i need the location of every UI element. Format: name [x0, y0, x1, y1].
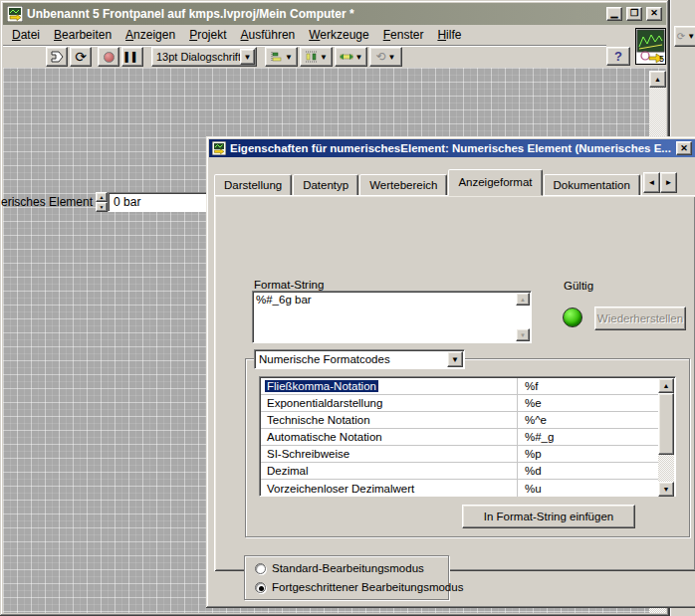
close-icon: ✕ [680, 143, 688, 153]
dialog-close-button[interactable]: ✕ [676, 141, 692, 155]
chevron-down-icon: ▼ [355, 53, 363, 62]
reorder-button[interactable]: ⟲ ▼ [369, 47, 402, 67]
run-continuous-button[interactable]: ⟳ [70, 47, 92, 67]
reorder-icon: ⟳ [677, 31, 685, 42]
numeric-control[interactable]: erisches Element ▲ ▼ 0 bar [1, 191, 215, 213]
list-item[interactable]: Exponentialdarstellung %e [261, 395, 674, 412]
menu-item[interactable]: Bearbeiten [47, 25, 118, 45]
numeric-control-label: erisches Element [1, 195, 96, 209]
run-button[interactable] [46, 47, 68, 67]
chevron-down-icon[interactable]: ▼ [447, 351, 463, 367]
pause-button[interactable]: ▌▌ [121, 47, 143, 67]
list-item[interactable]: Technische Notation %^e [261, 412, 674, 429]
scroll-down-button[interactable]: ▼ [658, 482, 674, 497]
format-code-name: SI-Schreibweise [261, 448, 517, 460]
menu-item[interactable]: Projekt [182, 25, 233, 45]
dialog-titlebar[interactable]: Eigenschaften für numerischesElement: Nu… [209, 139, 695, 157]
anzeigeformat-tab-page: Format-String %#_6g bar ▲ ▼ Gültig Wiede… [214, 195, 695, 571]
format-codes-dropdown[interactable]: Numerische Formatcodes ▼ [254, 349, 465, 369]
labview-app-icon [7, 6, 23, 22]
format-codes-list: Fließkomma-Notation %f Exponentialdarste… [259, 376, 676, 497]
close-button[interactable]: ✕ [646, 7, 662, 21]
menu-item[interactable]: Ausführen [234, 25, 303, 45]
format-code-value: %f [517, 378, 674, 394]
tab[interactable]: Darstellung [214, 174, 292, 196]
scroll-up-button[interactable]: ▲ [516, 293, 530, 306]
chevron-down-icon[interactable]: ▼ [240, 49, 255, 65]
format-code-name: Automatische Notation [261, 431, 517, 443]
resize-objects-icon [340, 51, 353, 63]
scroll-down-button[interactable]: ▼ [516, 328, 530, 341]
radio-option[interactable]: Standard-Bearbeitungsmodus [255, 561, 448, 575]
format-string-label: Format-String [254, 279, 324, 291]
vi-icon[interactable]: 5 [635, 28, 666, 65]
maximize-button[interactable]: ❒ [626, 7, 642, 21]
vi-number: 5 [659, 54, 664, 64]
scroll-up-button[interactable]: ▲ [658, 378, 674, 393]
tab[interactable]: Anzeigeformat [448, 169, 542, 196]
distribute-objects-icon [305, 51, 318, 63]
format-codes-rows: Fließkomma-Notation %f Exponentialdarste… [261, 378, 674, 497]
insert-into-format-string-button[interactable]: In Format-String einfügen [462, 505, 635, 528]
properties-dialog: Eigenschaften für numerischesElement: Nu… [206, 136, 695, 608]
distribute-objects-button[interactable]: ▼ [300, 47, 333, 67]
align-objects-button[interactable]: ▼ [265, 47, 298, 67]
format-code-value: %^e [517, 412, 674, 428]
format-code-name: Technische Notation [261, 414, 517, 426]
scroll-up-button[interactable]: ▲ [649, 71, 666, 88]
resize-objects-button[interactable]: ▼ [335, 47, 367, 67]
tab[interactable]: Datentyp [293, 174, 358, 196]
decrement-button[interactable]: ▼ [96, 202, 108, 212]
context-help-button[interactable]: ? [606, 47, 630, 66]
chevron-down-icon: ▼ [285, 53, 293, 62]
menu-item[interactable]: Fenster [376, 25, 431, 45]
list-item[interactable]: Dezimal %d [261, 463, 674, 480]
align-objects-icon [270, 51, 283, 63]
font-selector[interactable]: 13pt Dialogschriftart ▼ [151, 47, 257, 67]
reorder-icon: ⟲ [376, 50, 386, 64]
list-scrollbar[interactable]: ▲ ▼ [658, 378, 674, 497]
chevron-down-icon: ▼ [388, 53, 396, 62]
increment-decrement-spinner[interactable]: ▲ ▼ [96, 192, 108, 212]
restore-button[interactable]: Wiederherstellen [594, 307, 686, 330]
scrollbar-thumb[interactable] [658, 393, 674, 455]
format-code-value: %u [517, 480, 674, 497]
tab-scroll-left-button[interactable]: ◄ [643, 172, 660, 193]
menu-item[interactable]: Anzeigen [118, 25, 182, 45]
labview-dialog-icon [212, 141, 226, 155]
format-string-input[interactable]: %#_6g bar ▲ ▼ [252, 291, 532, 343]
increment-button[interactable]: ▲ [96, 192, 108, 202]
window-title: Unbenannt 5 Frontpanel auf kmps.lvproj/M… [27, 7, 602, 21]
list-item[interactable]: Fließkomma-Notation %f [261, 378, 674, 395]
format-code-name: Vorzeichenloser Dezimalwert [261, 483, 517, 495]
pause-icon: ▌▌ [125, 52, 140, 62]
menubar: DateiBearbeitenAnzeigenProjektAusführenW… [3, 25, 606, 45]
radio-icon[interactable] [255, 563, 266, 574]
list-item[interactable]: Vorzeichenloser Dezimalwert %u [261, 480, 674, 497]
background-toolbar-button[interactable]: ⟳▼ [674, 26, 695, 47]
main-titlebar[interactable]: Unbenannt 5 Frontpanel auf kmps.lvproj/M… [3, 3, 666, 25]
valid-label: Gültig [564, 280, 593, 292]
tab-scroll-right-button[interactable]: ► [660, 172, 677, 193]
toolbar: ⟳ ▌▌ 13pt Dialogschriftart ▼ ▼ [3, 45, 606, 68]
radio-label: Fortgeschrittener Bearbeitungsmodus [272, 581, 463, 593]
abort-button[interactable] [98, 47, 119, 67]
numeric-control-value[interactable]: 0 bar [108, 192, 215, 212]
menu-item[interactable]: Werkzeuge [302, 25, 375, 45]
menu-item[interactable]: Datei [5, 25, 47, 45]
format-code-value: %d [517, 463, 674, 479]
list-item[interactable]: SI-Schreibweise %p [261, 446, 674, 463]
radio-label: Standard-Bearbeitungsmodus [272, 562, 424, 574]
radio-icon[interactable] [255, 582, 266, 593]
minimize-button[interactable]: ▁ [606, 7, 622, 21]
menu-item[interactable]: Hilfe [430, 25, 468, 45]
edit-mode-group: Standard-Bearbeitungsmodus Fortgeschritt… [244, 555, 449, 600]
tab[interactable]: Datenbindung [641, 174, 642, 196]
tab[interactable]: Wertebereich [359, 174, 447, 196]
tab[interactable]: Dokumentation [544, 174, 640, 196]
list-item[interactable]: Automatische Notation %#_g [261, 429, 674, 446]
format-string-value: %#_6g bar [256, 294, 312, 306]
format-codes-dropdown-value: Numerische Formatcodes [255, 353, 447, 365]
radio-option[interactable]: Fortgeschrittener Bearbeitungsmodus [255, 580, 448, 594]
format-code-name: Exponentialdarstellung [261, 397, 517, 409]
